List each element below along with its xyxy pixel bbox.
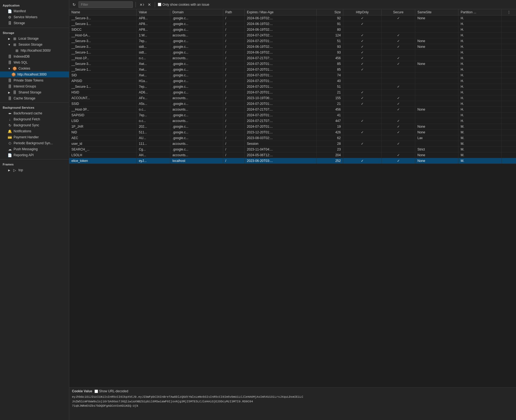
col-header-value[interactable]: Value bbox=[137, 9, 170, 15]
refresh-button[interactable]: ↻ bbox=[71, 2, 77, 7]
svg-text:✕✕: ✕✕ bbox=[140, 3, 144, 7]
table-row[interactable]: __Secure-3...AP8....google.c.../2024-06-… bbox=[69, 15, 516, 21]
table-cell bbox=[502, 61, 516, 67]
sidebar-item-private-state-tokens[interactable]: 🗄 Private State Tokens bbox=[0, 77, 69, 83]
table-cell: ✓ bbox=[382, 44, 415, 50]
col-header-samesite[interactable]: SameSite bbox=[415, 9, 458, 15]
sidebar-item-background-sync[interactable]: ↻ Background Sync bbox=[0, 122, 69, 128]
table-row[interactable]: __Host-3P...o.c...accounts.../2024-07-21… bbox=[69, 107, 516, 112]
show-issues-label[interactable]: Only show cookies with an issue bbox=[158, 3, 209, 7]
table-row[interactable]: APISIDH1a....google.c.../2024-07-20T01:.… bbox=[69, 78, 516, 84]
table-cell: LSOLH bbox=[69, 152, 137, 158]
col-header-path[interactable]: Path bbox=[223, 9, 245, 15]
table-cell: 2023-11-04T04:... bbox=[245, 147, 317, 152]
col-header-domain[interactable]: Domain bbox=[170, 9, 223, 15]
table-cell: localhost bbox=[170, 158, 223, 164]
table-cell: 2024-07-20T01:... bbox=[245, 78, 317, 84]
sidebar-item-cache-storage[interactable]: 🗄 Cache Storage bbox=[0, 95, 69, 101]
table-row[interactable]: __Host-1P...o.c...accounts.../2024-07-21… bbox=[69, 55, 516, 61]
table-row[interactable]: __Secure-1...7ep....google.c.../2024-07-… bbox=[69, 84, 516, 90]
sidebar-item-notifications[interactable]: 🔔 Notifications bbox=[0, 128, 69, 134]
sidebar-item-frames-top[interactable]: ▶ ▷ top bbox=[0, 167, 69, 173]
table-row[interactable]: LSIDo.c...accounts.../2024-07-21T07:...4… bbox=[69, 118, 516, 124]
table-row[interactable]: __Secure-3...Xwi....google.c.../2024-07-… bbox=[69, 61, 516, 67]
show-issues-checkbox[interactable] bbox=[158, 3, 161, 6]
session-storage-icon: ⊞ bbox=[12, 42, 17, 47]
sidebar-item-session-storage[interactable]: ▼ ⊞ Session Storage bbox=[0, 42, 69, 48]
table-row[interactable]: SIDXwi....google.c.../2024-07-20T01:...7… bbox=[69, 73, 516, 78]
sidebar-item-label: Local Storage bbox=[18, 37, 39, 40]
table-row[interactable]: elice_tokeneyJ...localhost/2023-06-20T03… bbox=[69, 158, 516, 164]
table-cell: __Secure-3... bbox=[69, 15, 137, 21]
table-cell: None bbox=[415, 158, 458, 164]
col-header-partition[interactable]: Partition ... bbox=[458, 9, 502, 15]
sidebar-item-storage[interactable]: 🗄 Storage bbox=[0, 20, 69, 26]
table-row[interactable]: LSOLHAH...accounts.../2024-05-06T12:...2… bbox=[69, 152, 516, 158]
table-cell: .google.c... bbox=[170, 67, 223, 73]
sidebar-item-local-storage[interactable]: ▶ ⊞ Local Storage bbox=[0, 36, 69, 42]
private-state-tokens-icon: 🗄 bbox=[8, 78, 12, 83]
table-row[interactable]: __Secure-3...sidt....google.c.../2024-06… bbox=[69, 44, 516, 50]
sidebar-item-service-workers[interactable]: ⚙ Service Workers bbox=[0, 14, 69, 20]
table-cell: / bbox=[223, 152, 245, 158]
col-header-expires[interactable]: Expires / Max-Age bbox=[245, 9, 317, 15]
table-row[interactable]: 1P_JAR202....google.c.../2024-07-20T01:.… bbox=[69, 124, 516, 130]
sidebar-item-periodic-background-sync[interactable]: ⏲ Periodic Background Syn... bbox=[0, 140, 69, 146]
table-row[interactable]: SEARCH_...Cg....google.c.../2023-11-04T0… bbox=[69, 147, 516, 152]
table-row[interactable]: SSIDA5s....google.c.../2024-07-20T01:...… bbox=[69, 101, 516, 107]
table-cell: .google.c... bbox=[170, 90, 223, 95]
col-header-secure[interactable]: Secure bbox=[382, 9, 415, 15]
table-cell: eyJ... bbox=[137, 158, 170, 164]
table-cell: SAPISID bbox=[69, 112, 137, 118]
sidebar-item-push-messaging[interactable]: ☁ Push Messaging bbox=[0, 146, 69, 152]
sidebar-item-background-fetch[interactable]: ↓ Background Fetch bbox=[0, 116, 69, 122]
table-row[interactable]: SAPISID7ep....google.c.../2024-07-20T01:… bbox=[69, 112, 516, 118]
table-row[interactable]: __Host-GA...1:W...accounts.../2024-07-24… bbox=[69, 33, 516, 38]
table-row[interactable]: ACCOUNT...AFx...accounts.../2023-10-19T0… bbox=[69, 95, 516, 101]
table-row[interactable]: __Secure-1...Xwi....google.c.../2024-07-… bbox=[69, 67, 516, 73]
table-cell bbox=[502, 147, 516, 152]
table-cell: ✓ bbox=[382, 84, 415, 90]
table-row[interactable]: user_id111...accounts.../Session28✓✓M. bbox=[69, 141, 516, 147]
table-cell: 2024-07-24T02:... bbox=[245, 33, 317, 38]
storage-icon: 🗄 bbox=[8, 21, 12, 25]
table-cell: 2024-06-19T02:... bbox=[245, 50, 317, 55]
sidebar-item-reporting-api[interactable]: 📄 Reporting API bbox=[0, 152, 69, 158]
push-messaging-icon: ☁ bbox=[8, 147, 12, 151]
sidebar-item-interest-groups[interactable]: 🗄 Interest Groups bbox=[0, 83, 69, 89]
table-row[interactable]: __Secure-3...7ep....google.c.../2024-07-… bbox=[69, 38, 516, 44]
col-header-name[interactable]: Name bbox=[69, 9, 137, 15]
table-cell: / bbox=[223, 55, 245, 61]
close-button[interactable]: ✕ bbox=[147, 2, 152, 7]
table-cell: __Host-GA... bbox=[69, 33, 137, 38]
clear-all-button[interactable]: ✕✕ bbox=[139, 2, 145, 7]
sidebar-item-cookies-localhost[interactable]: 🍪 http://localhost:3000 bbox=[0, 71, 69, 77]
table-row[interactable]: AECAU....google.c.../2023-08-03T02:...62… bbox=[69, 135, 516, 141]
sidebar-item-payment-handler[interactable]: 💳 Payment Handler bbox=[0, 134, 69, 140]
show-url-decoded-label[interactable]: Show URL-decoded bbox=[95, 389, 128, 393]
sidebar-item-shared-storage[interactable]: ▶ 🗄 Shared Storage bbox=[0, 89, 69, 95]
clear-all-icon: ✕✕ bbox=[140, 2, 144, 7]
table-row[interactable]: NID511....google.c.../2023-12-20T01:...4… bbox=[69, 130, 516, 135]
table-cell: .google.c... bbox=[170, 78, 223, 84]
col-header-size[interactable]: Size bbox=[317, 9, 343, 15]
sidebar-item-cookies[interactable]: ▼ 🍪 Cookies bbox=[0, 65, 69, 71]
table-row[interactable]: HSIDAD6....google.c.../2024-07-20T01:...… bbox=[69, 90, 516, 95]
sidebar-item-back-forward-cache[interactable]: ⬅ Back/forward cache bbox=[0, 110, 69, 116]
service-workers-icon: ⚙ bbox=[8, 15, 12, 19]
sidebar-item-indexeddb[interactable]: 🗄 IndexedDB bbox=[0, 54, 69, 59]
table-row[interactable]: __Secure-1...AP8....google.c.../2024-06-… bbox=[69, 21, 516, 27]
col-header-more[interactable]: ⋮ bbox=[502, 9, 516, 15]
table-cell: 41 bbox=[317, 112, 343, 118]
sidebar-item-websql[interactable]: 🗄 Web SQL bbox=[0, 59, 69, 65]
show-url-decoded-checkbox[interactable] bbox=[95, 390, 98, 393]
sidebar-item-manifest[interactable]: 📄 Manifest bbox=[0, 8, 69, 14]
filter-input[interactable] bbox=[78, 1, 133, 8]
table-cell: H. bbox=[458, 90, 502, 95]
col-header-httponly[interactable]: HttpOnly bbox=[343, 9, 382, 15]
sidebar-item-session-localhost[interactable]: ⊞ http://localhost:3000/ bbox=[0, 48, 69, 54]
table-row[interactable]: __Secure-1...sidt....google.c.../2024-06… bbox=[69, 50, 516, 55]
table-cell: ✓ bbox=[343, 90, 382, 95]
table-row[interactable]: SIDCCAP8....google.c.../2024-06-19T02:..… bbox=[69, 27, 516, 33]
table-cell: .google.c... bbox=[170, 135, 223, 141]
